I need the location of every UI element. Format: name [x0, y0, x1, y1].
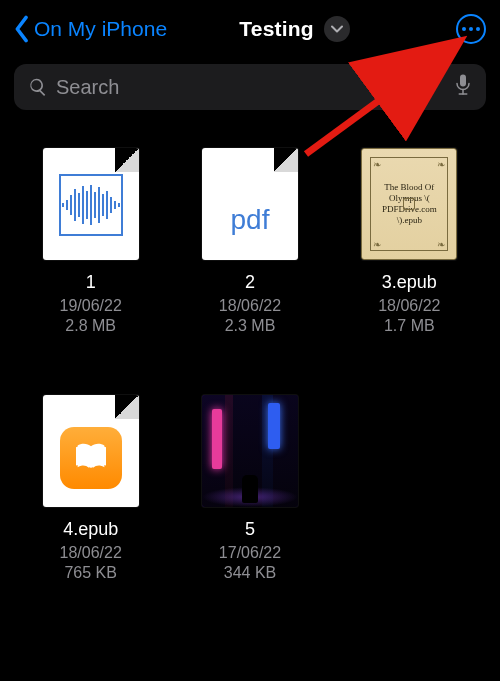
- file-size: 2.3 MB: [225, 317, 276, 335]
- waveform-icon: [59, 174, 123, 236]
- file-size: 765 KB: [64, 564, 116, 582]
- folder-title: Testing: [239, 17, 314, 41]
- file-name: 3.epub: [382, 272, 437, 293]
- nav-bar: On My iPhone Testing: [0, 0, 500, 58]
- search-icon: [28, 77, 48, 97]
- file-size: 344 KB: [224, 564, 276, 582]
- file-name: 2: [245, 272, 255, 293]
- file-date: 18/06/22: [219, 297, 281, 315]
- file-date: 19/06/22: [60, 297, 122, 315]
- file-item[interactable]: 1 19/06/22 2.8 MB: [22, 148, 159, 335]
- file-date: 18/06/22: [378, 297, 440, 315]
- pdf-icon: pdf: [202, 204, 298, 236]
- ellipsis-icon: [462, 27, 480, 31]
- svg-rect-0: [460, 75, 466, 87]
- title-section: Testing: [133, 16, 456, 42]
- file-size: 1.7 MB: [384, 317, 435, 335]
- file-size: 2.8 MB: [65, 317, 116, 335]
- search-bar[interactable]: Search: [14, 64, 486, 110]
- file-name: 4.epub: [63, 519, 118, 540]
- file-item[interactable]: 4.epub 18/06/22 765 KB: [22, 395, 159, 582]
- file-thumbnail-ibooks: [43, 395, 139, 507]
- file-name: 1: [86, 272, 96, 293]
- chevron-left-icon: [14, 15, 30, 43]
- file-date: 18/06/22: [60, 544, 122, 562]
- files-app-screen: On My iPhone Testing Search: [0, 0, 500, 681]
- file-item[interactable]: pdf 2 18/06/22 2.3 MB: [181, 148, 318, 335]
- file-thumbnail-epub-cover: ❧❧ ❧❧ The Blood Of Olympus \( PDFDrive.c…: [361, 148, 457, 260]
- title-dropdown-button[interactable]: [324, 16, 350, 42]
- file-item[interactable]: 5 17/06/22 344 KB: [181, 395, 318, 582]
- book-cover-text: The Blood Of Olympus \( PDFDrive.com \).…: [375, 182, 443, 227]
- file-thumbnail-audio: [43, 148, 139, 260]
- dictation-button[interactable]: [454, 73, 472, 101]
- books-app-icon: [60, 427, 122, 489]
- more-options-button[interactable]: [456, 14, 486, 44]
- file-item[interactable]: ❧❧ ❧❧ The Blood Of Olympus \( PDFDrive.c…: [341, 148, 478, 335]
- file-thumbnail-pdf: pdf: [202, 148, 298, 260]
- file-thumbnail-image: [202, 395, 298, 507]
- chevron-down-icon: [331, 23, 343, 35]
- file-date: 17/06/22: [219, 544, 281, 562]
- file-name: 5: [245, 519, 255, 540]
- microphone-icon: [454, 73, 472, 97]
- files-grid: 1 19/06/22 2.8 MB pdf 2 18/06/22 2.3 MB …: [0, 110, 500, 582]
- search-placeholder: Search: [56, 76, 454, 99]
